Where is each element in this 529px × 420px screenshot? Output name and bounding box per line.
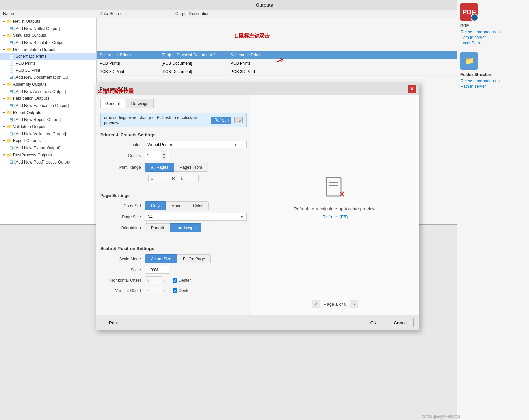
page-size-control: A4 ▼ xyxy=(145,213,247,221)
table-row-pcb-prints[interactable]: PCB Prints [PCB Document] PCB Prints xyxy=(97,59,497,67)
tree-add-assembly[interactable]: ⊞ [Add New Assembly Output] xyxy=(0,88,96,95)
printer-select[interactable]: Virtual Printer ▼ ··· xyxy=(145,141,247,148)
copies-control: ▲ ▼ xyxy=(145,151,247,160)
tree-section-fabrication[interactable]: ▼ 📁 Fabrication Outputs xyxy=(0,95,96,102)
next-icon: › xyxy=(353,301,355,307)
h-offset-control: mm Center xyxy=(145,276,247,284)
col-name: Name xyxy=(3,11,100,16)
tree-add-simulator[interactable]: ⊞ [Add New Simulator Output] xyxy=(0,39,96,46)
tree-sidebar: ▼ 📁 Netlist Outputs ⊞ [Add New Netlist O… xyxy=(0,18,97,224)
tree-add-fabrication[interactable]: ⊞ [Add New Fabrication Output] xyxy=(0,102,96,109)
actual-size-button[interactable]: Actual Size xyxy=(145,254,177,263)
scale-mode-row: Scale Mode Actual Size Fit On Page xyxy=(100,254,247,263)
h-offset-input[interactable] xyxy=(145,276,162,284)
refresh-button[interactable]: Refresh xyxy=(211,117,231,124)
scale-mode-control: Actual Size Fit On Page xyxy=(145,254,247,263)
tree-item-pcb-prints[interactable]: 📄 PCB Prints xyxy=(0,60,96,67)
tree-section-report[interactable]: ▼ 📁 Report Outputs xyxy=(0,109,96,116)
dialog-titlebar: Preview SCH ✕ xyxy=(96,83,419,95)
tree-add-postprocess[interactable]: ⊞ [Add New PostProcess Output xyxy=(0,158,96,166)
tree-add-netlist[interactable]: ⊞ [Add New Netlist Output] xyxy=(0,25,96,32)
tree-section-label: Simulator Outputs xyxy=(13,33,46,38)
table-row-pcb3d[interactable]: PCB 3D Print [PCB Document] PCB 3D Print xyxy=(97,67,497,76)
dropdown-arrow-icon: ▼ xyxy=(240,214,244,219)
cancel-button[interactable]: Cancel xyxy=(388,318,414,327)
sidebar-link-release[interactable]: Release management xyxy=(460,30,526,34)
copies-increment[interactable]: ▲ xyxy=(161,151,167,156)
svg-text:✕: ✕ xyxy=(339,190,345,199)
tree-add-documentation[interactable]: ⊞ [Add New Documentation Ou xyxy=(0,74,96,81)
tree-item-pcb3d[interactable]: 📄 PCB 3D Print xyxy=(0,67,96,74)
tree-add-export[interactable]: ⊞ [Add New Export Output] xyxy=(0,144,96,151)
print-button[interactable]: Print xyxy=(102,318,125,327)
preview-area: ✕ Refresh to recalculate up-to-date prev… xyxy=(294,102,377,293)
tree-section-label: Assembly Outputs xyxy=(13,82,46,87)
sidebar-folder-link-path[interactable]: Path in server xyxy=(460,84,526,89)
page-size-select[interactable]: A4 ▼ xyxy=(145,213,247,221)
range-to-input[interactable] xyxy=(178,175,199,182)
close-icon: ✕ xyxy=(410,86,414,92)
folder-icon: 📁 xyxy=(7,19,12,24)
tree-add-validation[interactable]: ⊞ [Add New Validation Output] xyxy=(0,130,96,137)
gray-button[interactable]: Gray xyxy=(145,201,166,210)
tab-bar: General Drawings xyxy=(100,99,247,108)
tree-arrow: ▼ xyxy=(2,83,6,86)
tree-section-assembly[interactable]: ▼ 📁 Assembly Outputs xyxy=(0,81,96,88)
f5-badge: F5 xyxy=(234,117,243,123)
fit-on-page-button[interactable]: Fit On Page xyxy=(177,254,211,263)
h-center-checkbox[interactable] xyxy=(173,278,177,283)
tree-section-label: PostProcess Outputs xyxy=(13,153,52,157)
tree-section-netlist[interactable]: ▼ 📁 Netlist Outputs xyxy=(0,18,96,25)
tree-item-schematic-prints[interactable]: 📄 Schematic Prints xyxy=(0,53,96,60)
add-icon: ⊞ xyxy=(9,103,13,108)
v-offset-input[interactable] xyxy=(145,287,162,294)
sidebar-folder-title: Folder Structure xyxy=(460,72,526,77)
tree-section-simulator[interactable]: ▼ 📁 Simulator Outputs xyxy=(0,32,96,39)
pages-from-button[interactable]: Pages From xyxy=(174,163,208,172)
right-sidebar: PDF PDF Release management Path in serve… xyxy=(457,0,529,420)
tab-general[interactable]: General xyxy=(100,99,125,108)
prev-page-button[interactable]: ‹ xyxy=(312,300,320,308)
folder-icon: 📁 xyxy=(7,82,12,87)
doc-icon: 📄 xyxy=(9,68,14,73)
tree-add-report[interactable]: ⊞ [Add New Report Output] xyxy=(0,116,96,123)
v-center-checkbox[interactable] xyxy=(173,288,177,293)
tab-drawings[interactable]: Drawings xyxy=(126,99,154,108)
row-name: Schematic Prints xyxy=(100,53,162,57)
tree-add-label: [Add New PostProcess Output xyxy=(14,160,70,165)
page-size-value: A4 xyxy=(147,214,238,219)
tree-section-documentation[interactable]: ▼ 📁 Documentation Outputs xyxy=(0,46,96,53)
tree-item-label: PCB 3D Print xyxy=(15,68,40,73)
range-row: to xyxy=(100,175,247,182)
printer-row: Printer Virtual Printer ▼ ··· xyxy=(100,141,247,148)
refresh-link[interactable]: Refresh (F5) xyxy=(323,214,348,219)
sidebar-folder-link-release[interactable]: Release management xyxy=(460,78,526,83)
v-offset-row: Vertical Offset mm Center xyxy=(100,287,247,294)
copies-decrement[interactable]: ▼ xyxy=(161,156,167,160)
tree-arrow: ▼ xyxy=(2,97,6,101)
dialog-close-button[interactable]: ✕ xyxy=(408,85,416,93)
range-from-input[interactable] xyxy=(148,175,169,182)
ok-button[interactable]: OK xyxy=(362,318,385,327)
sidebar-link-local-path[interactable]: Local Path xyxy=(460,41,526,45)
row-datasource: [PCB Document] xyxy=(162,61,230,66)
print-range-group: All Pages Pages From xyxy=(145,163,247,172)
h-offset-row: Horizontal Offset mm Center xyxy=(100,276,247,284)
mono-button[interactable]: Mono xyxy=(166,201,187,210)
copies-input[interactable] xyxy=(145,152,161,159)
tree-section-validation[interactable]: ▼ 📁 Validation Outputs xyxy=(0,123,96,130)
portrait-button[interactable]: Portrait xyxy=(145,223,170,232)
add-icon: ⊞ xyxy=(9,131,13,136)
color-button[interactable]: Color xyxy=(187,201,209,210)
table-row-schematic[interactable]: Schematic Prints [Project Physical Docum… xyxy=(97,51,497,59)
tree-section-postprocess[interactable]: ▼ 📁 PostProcess Outputs xyxy=(0,151,96,158)
outputs-titlebar: Outputs xyxy=(0,0,529,10)
next-page-button[interactable]: › xyxy=(350,300,358,308)
tree-section-export[interactable]: ▼ 📁 Export Outputs xyxy=(0,137,96,144)
sidebar-link-path-server[interactable]: Path in server xyxy=(460,35,526,40)
scale-input[interactable] xyxy=(145,266,169,274)
landscape-button[interactable]: Landscape xyxy=(170,223,202,232)
folder-icon: 📁 xyxy=(7,124,12,129)
row-description: PCB 3D Print xyxy=(230,69,464,74)
all-pages-button[interactable]: All Pages xyxy=(145,163,174,172)
